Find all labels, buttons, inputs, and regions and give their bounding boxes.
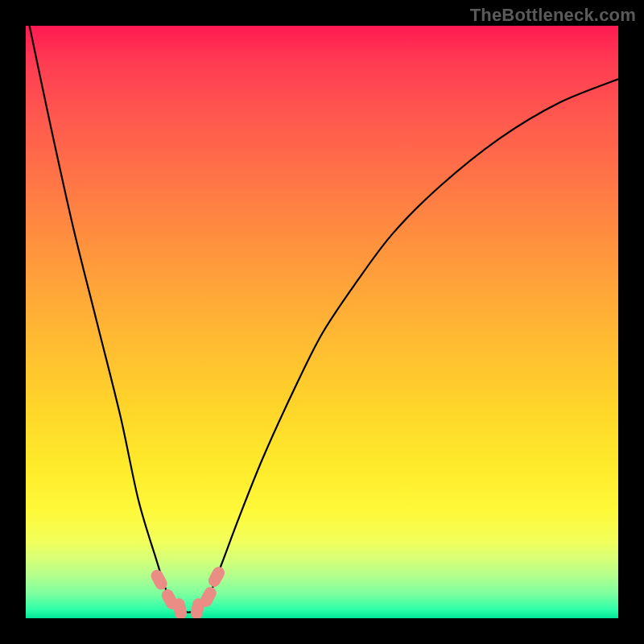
chart-frame: TheBottleneck.com	[0, 0, 644, 644]
curve-marker	[172, 598, 188, 618]
bottleneck-curve	[26, 26, 618, 613]
plot-area	[26, 26, 618, 618]
curve-markers	[150, 565, 226, 618]
curve-marker	[207, 565, 226, 588]
bottleneck-curve-svg	[26, 26, 618, 618]
watermark-text: TheBottleneck.com	[470, 5, 636, 26]
